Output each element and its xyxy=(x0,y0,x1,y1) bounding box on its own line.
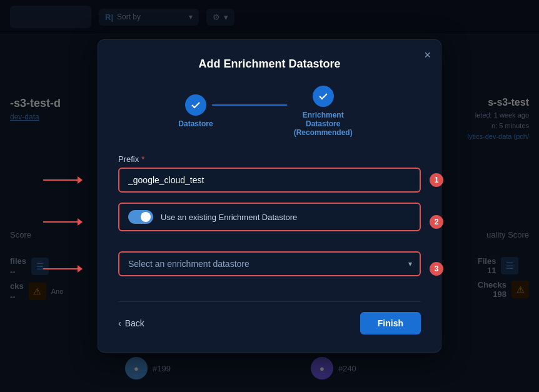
badge-1: 1 xyxy=(430,173,443,187)
back-label: Back xyxy=(125,318,144,328)
annotation-arrow-2 xyxy=(43,218,83,226)
annotation-arrow-3 xyxy=(43,265,83,273)
back-chevron-icon: ‹ xyxy=(118,318,121,328)
enrichment-select[interactable]: Select an enrichment datastore xyxy=(119,253,420,275)
finish-button[interactable]: Finish xyxy=(360,312,421,334)
modal-footer: ‹ Back Finish xyxy=(118,301,421,334)
modal-backdrop: × Add Enrichment Datastore Datastore Enr… xyxy=(0,0,539,392)
steps-container: Datastore Enrichment Datastore(Recommend… xyxy=(118,86,421,137)
toggle-switch[interactable] xyxy=(128,210,153,224)
step-2-label: Enrichment Datastore(Recommended) xyxy=(286,111,361,137)
badge-2: 2 xyxy=(430,215,443,229)
step-2: Enrichment Datastore(Recommended) xyxy=(286,86,361,137)
back-button[interactable]: ‹ Back xyxy=(118,318,144,328)
step-1-label: Datastore xyxy=(178,119,213,128)
annotation-arrow-1 xyxy=(43,176,83,184)
toggle-slider xyxy=(128,210,153,224)
required-star: * xyxy=(141,154,144,164)
prefix-label: Prefix * xyxy=(118,154,421,164)
modal-title: Add Enrichment Datastore xyxy=(118,58,421,71)
toggle-row: Use an existing Enrichment Datastore xyxy=(118,203,421,231)
prefix-group: Prefix * 1 xyxy=(118,154,421,193)
close-button[interactable]: × xyxy=(424,49,431,62)
step-1-circle xyxy=(185,94,206,116)
badge-3: 3 xyxy=(430,262,443,276)
step-2-circle xyxy=(313,86,334,107)
modal-container: × Add Enrichment Datastore Datastore Enr… xyxy=(98,39,441,353)
step-connector xyxy=(212,104,287,106)
select-wrapper: Select an enrichment datastore ▾ xyxy=(118,251,421,276)
toggle-label: Use an existing Enrichment Datastore xyxy=(161,213,297,222)
prefix-input[interactable] xyxy=(118,168,421,193)
step-1: Datastore xyxy=(178,94,213,128)
